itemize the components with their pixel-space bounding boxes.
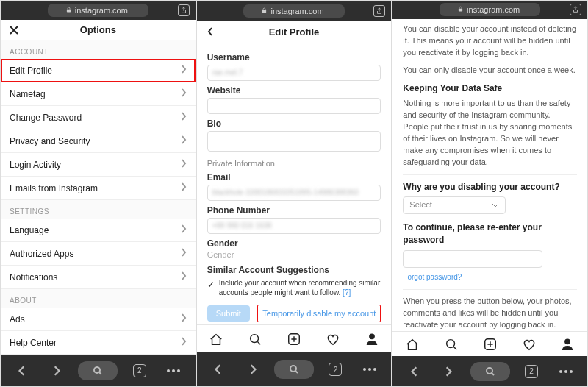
svg-rect-0: [67, 10, 71, 13]
temp-disable-link[interactable]: Temporarily disable my account: [257, 305, 381, 322]
gender-placeholder[interactable]: Gender: [207, 250, 381, 259]
search-icon[interactable]: [470, 362, 510, 381]
row-edit-profile[interactable]: Edit Profile: [1, 59, 196, 82]
label-gender: Gender: [207, 238, 381, 249]
input-username[interactable]: rae.mel.7: [207, 65, 381, 81]
chevron-right-icon: [181, 248, 187, 259]
submit-button[interactable]: Submit: [207, 305, 250, 322]
label-username: Username: [207, 52, 381, 63]
row-language[interactable]: Language: [1, 219, 196, 242]
forward-icon[interactable]: [44, 361, 69, 380]
svg-point-10: [565, 339, 570, 344]
row-notifications[interactable]: Notifications: [1, 266, 196, 289]
chevron-right-icon: [181, 88, 187, 99]
search-icon[interactable]: [78, 361, 118, 380]
similar-desc: Include your account when recommending s…: [219, 278, 381, 297]
svg-rect-2: [262, 10, 266, 13]
svg-point-6: [290, 366, 296, 372]
row-privacy[interactable]: Privacy and Security: [1, 129, 196, 153]
activity-icon[interactable]: [325, 331, 341, 347]
search-icon[interactable]: [274, 360, 314, 379]
chevron-down-icon: [492, 199, 499, 211]
back-icon[interactable]: [402, 362, 427, 381]
panel-options: instagram.com Options ACCOUNT Edit Profi…: [0, 0, 196, 387]
back-icon[interactable]: [203, 24, 218, 39]
reason-select[interactable]: Select: [403, 196, 506, 214]
chevron-right-icon: [181, 112, 187, 123]
chevron-right-icon: [181, 271, 187, 283]
keep-body: Nothing is more important to us than the…: [403, 98, 577, 168]
row-login-activity[interactable]: Login Activity: [1, 153, 196, 177]
password-input[interactable]: [403, 250, 542, 268]
share-icon[interactable]: [178, 4, 190, 16]
url-pill[interactable]: instagram.com: [48, 4, 148, 17]
pw-label: To continue, please re-enter your passwo…: [403, 221, 577, 247]
label-similar-suggestions: Similar Account Suggestions: [207, 265, 381, 275]
close-icon[interactable]: [7, 23, 21, 38]
browser-urlbar: instagram.com: [1, 1, 196, 20]
app-tabbar: [392, 331, 587, 356]
more-icon[interactable]: [161, 361, 186, 380]
row-ads[interactable]: Ads: [1, 308, 196, 331]
row-nametag[interactable]: Nametag: [1, 82, 196, 106]
svg-rect-7: [459, 9, 462, 12]
tabs-icon[interactable]: 2: [323, 360, 348, 379]
tabs-icon[interactable]: 2: [127, 361, 152, 380]
profile-icon[interactable]: [364, 331, 380, 347]
home-icon[interactable]: [404, 336, 420, 352]
forward-icon[interactable]: [240, 360, 265, 379]
add-post-icon[interactable]: [482, 336, 498, 352]
input-bio[interactable]: [207, 131, 381, 152]
label-bio: Bio: [207, 118, 381, 129]
more-icon[interactable]: [357, 360, 382, 379]
share-icon[interactable]: [373, 5, 385, 17]
url-pill[interactable]: instagram.com: [440, 3, 540, 16]
home-icon[interactable]: [208, 331, 224, 347]
activity-icon[interactable]: [521, 336, 537, 352]
url-pill[interactable]: instagram.com: [243, 4, 344, 18]
lock-icon: [457, 5, 464, 14]
label-phone: Phone Number: [207, 205, 381, 216]
url-text: instagram.com: [75, 6, 128, 15]
back-icon[interactable]: [10, 361, 35, 380]
forward-icon[interactable]: [436, 362, 461, 381]
search-icon[interactable]: [443, 336, 459, 352]
row-authorized-apps[interactable]: Authorized Apps: [1, 242, 196, 266]
disable-content: You can disable your account instead of …: [392, 19, 587, 332]
forgot-password-link[interactable]: Forgot password?: [403, 272, 462, 283]
edit-profile-form: Username rae.mel.7 Website Bio Private I…: [197, 43, 392, 325]
browser-dock: 2: [1, 355, 196, 386]
intro-p1: You can disable your account instead of …: [403, 24, 577, 59]
options-list: ACCOUNT Edit Profile Nametag Change Pass…: [1, 40, 196, 355]
lock-icon: [65, 6, 72, 15]
input-phone[interactable]: +88 990 016 1638: [207, 218, 381, 234]
chevron-right-icon: [181, 337, 187, 348]
options-header: Options: [1, 20, 196, 40]
tabs-icon[interactable]: 2: [519, 362, 544, 381]
app-tabbar: [197, 324, 392, 352]
row-help-center[interactable]: Help Center: [1, 331, 196, 355]
share-icon[interactable]: [570, 4, 581, 15]
add-post-icon[interactable]: [286, 331, 302, 347]
edit-profile-header: Edit Profile: [197, 21, 392, 43]
search-icon[interactable]: [247, 331, 263, 347]
browser-dock: 2: [392, 356, 587, 386]
chevron-right-icon: [181, 135, 187, 146]
press-text: When you press the button below, your ph…: [403, 296, 577, 331]
back-icon[interactable]: [206, 360, 231, 379]
svg-point-3: [251, 335, 259, 343]
keep-title: Keeping Your Data Safe: [403, 82, 577, 95]
similar-help-link[interactable]: [?]: [343, 288, 351, 297]
input-email[interactable]: blackhole-1000186833351895-14986388360: [207, 185, 381, 201]
row-change-password[interactable]: Change Password: [1, 106, 196, 129]
profile-icon[interactable]: [559, 336, 576, 352]
url-text: instagram.com: [270, 7, 323, 15]
row-emails[interactable]: Emails from Instagram: [1, 177, 196, 200]
section-settings: SETTINGS: [1, 200, 196, 219]
more-icon[interactable]: [553, 362, 578, 381]
checkbox-similar[interactable]: ✓: [207, 280, 215, 290]
divider: [403, 174, 577, 175]
label-private-info: Private Information: [207, 159, 381, 168]
page-title: Edit Profile: [269, 26, 320, 38]
input-website[interactable]: [207, 98, 381, 114]
